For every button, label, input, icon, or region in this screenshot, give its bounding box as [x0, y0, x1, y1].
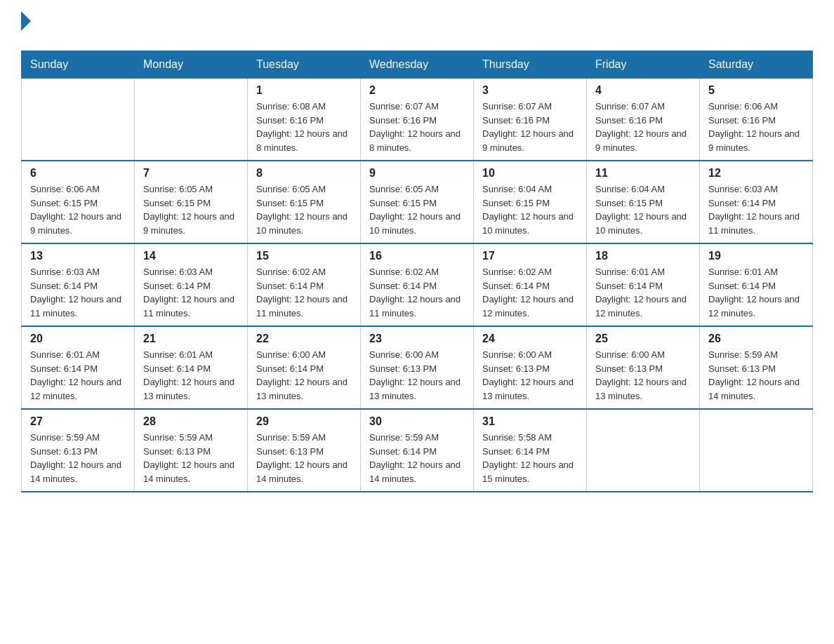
calendar-cell: 1Sunrise: 6:08 AM Sunset: 6:16 PM Daylig… [248, 79, 361, 161]
logo [21, 14, 31, 36]
calendar-cell: 20Sunrise: 6:01 AM Sunset: 6:14 PM Dayli… [22, 326, 135, 409]
day-info: Sunrise: 5:59 AM Sunset: 6:14 PM Dayligh… [369, 431, 465, 485]
calendar-cell: 9Sunrise: 6:05 AM Sunset: 6:15 PM Daylig… [361, 161, 474, 243]
header-day-wednesday: Wednesday [361, 51, 474, 79]
day-number: 15 [256, 250, 352, 262]
day-number: 28 [143, 415, 239, 428]
day-info: Sunrise: 6:00 AM Sunset: 6:13 PM Dayligh… [369, 348, 465, 403]
calendar-cell [587, 409, 700, 492]
day-number: 4 [595, 84, 691, 97]
calendar-cell: 18Sunrise: 6:01 AM Sunset: 6:14 PM Dayli… [587, 243, 700, 326]
calendar-cell [22, 79, 135, 161]
day-info: Sunrise: 6:01 AM Sunset: 6:14 PM Dayligh… [143, 348, 239, 403]
day-number: 26 [708, 333, 804, 345]
day-number: 5 [708, 84, 804, 97]
day-number: 20 [30, 333, 126, 345]
day-info: Sunrise: 6:03 AM Sunset: 6:14 PM Dayligh… [708, 182, 804, 237]
day-number: 17 [482, 250, 578, 262]
day-info: Sunrise: 6:00 AM Sunset: 6:14 PM Dayligh… [256, 348, 352, 403]
day-number: 13 [30, 250, 126, 262]
day-info: Sunrise: 5:58 AM Sunset: 6:14 PM Dayligh… [482, 431, 578, 485]
calendar-cell: 27Sunrise: 5:59 AM Sunset: 6:13 PM Dayli… [22, 409, 135, 492]
calendar-cell: 26Sunrise: 5:59 AM Sunset: 6:13 PM Dayli… [700, 326, 813, 409]
calendar-cell: 13Sunrise: 6:03 AM Sunset: 6:14 PM Dayli… [22, 243, 135, 326]
calendar-week-row: 13Sunrise: 6:03 AM Sunset: 6:14 PM Dayli… [22, 243, 813, 326]
day-info: Sunrise: 5:59 AM Sunset: 6:13 PM Dayligh… [256, 431, 352, 485]
day-info: Sunrise: 6:01 AM Sunset: 6:14 PM Dayligh… [595, 265, 691, 320]
calendar-cell: 8Sunrise: 6:05 AM Sunset: 6:15 PM Daylig… [248, 161, 361, 243]
header-day-friday: Friday [587, 51, 700, 79]
calendar-cell: 25Sunrise: 6:00 AM Sunset: 6:13 PM Dayli… [587, 326, 700, 409]
day-info: Sunrise: 6:02 AM Sunset: 6:14 PM Dayligh… [482, 265, 578, 320]
calendar-cell: 14Sunrise: 6:03 AM Sunset: 6:14 PM Dayli… [135, 243, 248, 326]
header-day-sunday: Sunday [22, 51, 135, 79]
day-info: Sunrise: 6:06 AM Sunset: 6:16 PM Dayligh… [708, 100, 804, 154]
day-number: 9 [369, 167, 465, 180]
calendar-cell: 31Sunrise: 5:58 AM Sunset: 6:14 PM Dayli… [474, 409, 587, 492]
calendar-header-row: SundayMondayTuesdayWednesdayThursdayFrid… [22, 51, 813, 79]
header-day-monday: Monday [135, 51, 248, 79]
day-number: 25 [595, 333, 691, 345]
day-info: Sunrise: 6:04 AM Sunset: 6:15 PM Dayligh… [595, 182, 691, 237]
day-info: Sunrise: 6:00 AM Sunset: 6:13 PM Dayligh… [595, 348, 691, 403]
calendar-table: SundayMondayTuesdayWednesdayThursdayFrid… [21, 51, 813, 492]
day-number: 11 [595, 167, 691, 180]
header-day-thursday: Thursday [474, 51, 587, 79]
day-number: 3 [482, 84, 578, 97]
page-header [21, 14, 813, 36]
day-number: 18 [595, 250, 691, 262]
calendar-cell: 5Sunrise: 6:06 AM Sunset: 6:16 PM Daylig… [700, 79, 813, 161]
day-info: Sunrise: 6:07 AM Sunset: 6:16 PM Dayligh… [482, 100, 578, 154]
day-info: Sunrise: 6:01 AM Sunset: 6:14 PM Dayligh… [708, 265, 804, 320]
calendar-cell: 12Sunrise: 6:03 AM Sunset: 6:14 PM Dayli… [700, 161, 813, 243]
header-day-tuesday: Tuesday [248, 51, 361, 79]
calendar-week-row: 6Sunrise: 6:06 AM Sunset: 6:15 PM Daylig… [22, 161, 813, 243]
day-info: Sunrise: 6:05 AM Sunset: 6:15 PM Dayligh… [256, 182, 352, 237]
day-info: Sunrise: 6:05 AM Sunset: 6:15 PM Dayligh… [369, 182, 465, 237]
day-number: 7 [143, 167, 239, 180]
calendar-cell: 10Sunrise: 6:04 AM Sunset: 6:15 PM Dayli… [474, 161, 587, 243]
calendar-cell: 24Sunrise: 6:00 AM Sunset: 6:13 PM Dayli… [474, 326, 587, 409]
calendar-week-row: 20Sunrise: 6:01 AM Sunset: 6:14 PM Dayli… [22, 326, 813, 409]
day-number: 16 [369, 250, 465, 262]
day-info: Sunrise: 6:02 AM Sunset: 6:14 PM Dayligh… [256, 265, 352, 320]
day-number: 29 [256, 415, 352, 428]
calendar-cell: 22Sunrise: 6:00 AM Sunset: 6:14 PM Dayli… [248, 326, 361, 409]
day-number: 8 [256, 167, 352, 180]
day-info: Sunrise: 6:04 AM Sunset: 6:15 PM Dayligh… [482, 182, 578, 237]
calendar-cell: 19Sunrise: 6:01 AM Sunset: 6:14 PM Dayli… [700, 243, 813, 326]
calendar-cell: 28Sunrise: 5:59 AM Sunset: 6:13 PM Dayli… [135, 409, 248, 492]
day-number: 24 [482, 333, 578, 345]
day-info: Sunrise: 6:02 AM Sunset: 6:14 PM Dayligh… [369, 265, 465, 320]
day-number: 30 [369, 415, 465, 428]
calendar-cell: 29Sunrise: 5:59 AM Sunset: 6:13 PM Dayli… [248, 409, 361, 492]
day-number: 21 [143, 333, 239, 345]
day-info: Sunrise: 5:59 AM Sunset: 6:13 PM Dayligh… [143, 431, 239, 485]
calendar-cell: 16Sunrise: 6:02 AM Sunset: 6:14 PM Dayli… [361, 243, 474, 326]
day-info: Sunrise: 6:05 AM Sunset: 6:15 PM Dayligh… [143, 182, 239, 237]
day-info: Sunrise: 6:03 AM Sunset: 6:14 PM Dayligh… [143, 265, 239, 320]
day-number: 1 [256, 84, 352, 97]
day-number: 31 [482, 415, 578, 428]
calendar-cell [135, 79, 248, 161]
logo-arrow-icon [21, 11, 31, 31]
day-info: Sunrise: 6:06 AM Sunset: 6:15 PM Dayligh… [30, 182, 126, 237]
calendar-cell: 23Sunrise: 6:00 AM Sunset: 6:13 PM Dayli… [361, 326, 474, 409]
calendar-cell [700, 409, 813, 492]
day-number: 19 [708, 250, 804, 262]
day-info: Sunrise: 6:08 AM Sunset: 6:16 PM Dayligh… [256, 100, 352, 154]
calendar-cell: 2Sunrise: 6:07 AM Sunset: 6:16 PM Daylig… [361, 79, 474, 161]
day-info: Sunrise: 6:00 AM Sunset: 6:13 PM Dayligh… [482, 348, 578, 403]
day-number: 14 [143, 250, 239, 262]
day-info: Sunrise: 6:07 AM Sunset: 6:16 PM Dayligh… [369, 100, 465, 154]
calendar-week-row: 1Sunrise: 6:08 AM Sunset: 6:16 PM Daylig… [22, 79, 813, 161]
calendar-cell: 11Sunrise: 6:04 AM Sunset: 6:15 PM Dayli… [587, 161, 700, 243]
day-number: 27 [30, 415, 126, 428]
header-day-saturday: Saturday [700, 51, 813, 79]
day-info: Sunrise: 5:59 AM Sunset: 6:13 PM Dayligh… [708, 348, 804, 403]
day-info: Sunrise: 5:59 AM Sunset: 6:13 PM Dayligh… [30, 431, 126, 485]
calendar-week-row: 27Sunrise: 5:59 AM Sunset: 6:13 PM Dayli… [22, 409, 813, 492]
day-info: Sunrise: 6:01 AM Sunset: 6:14 PM Dayligh… [30, 348, 126, 403]
calendar-cell: 6Sunrise: 6:06 AM Sunset: 6:15 PM Daylig… [22, 161, 135, 243]
day-number: 6 [30, 167, 126, 180]
